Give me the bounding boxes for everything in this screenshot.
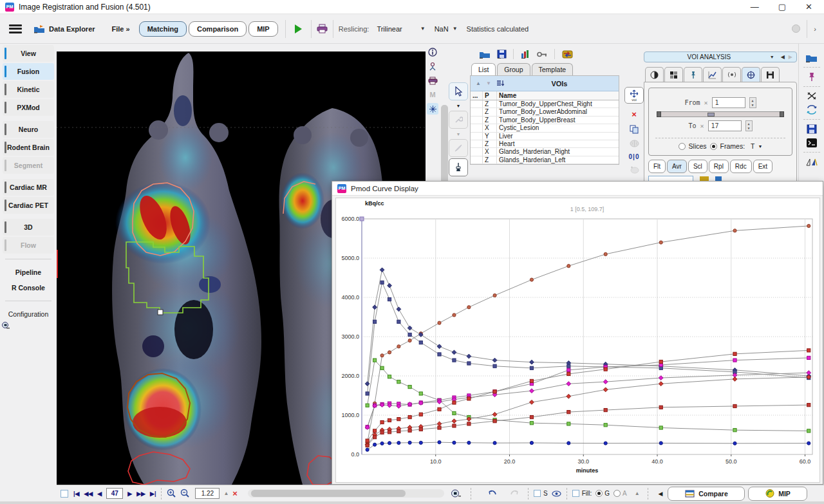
expand-toolbar-chevron[interactable]: › [814,25,824,33]
tools-expand-chevron[interactable]: ▼ [449,102,468,109]
voi-row[interactable]: ZHeart [471,140,619,148]
tab-list[interactable]: List [471,63,496,75]
load-voi-icon[interactable] [479,50,491,59]
voi-row[interactable]: ZGlands_Harderian_Left [471,156,619,164]
sidebar-item-neuro[interactable]: Neuro [3,121,54,138]
copy-voi-icon[interactable] [630,125,639,134]
cine-icon[interactable] [451,489,462,498]
ext-button[interactable]: Ext [753,160,772,173]
slice-number-field[interactable]: 47 [106,488,123,499]
tab-target[interactable] [742,67,760,82]
print-icon[interactable] [427,75,438,86]
next-slice-button[interactable]: ▶ [127,490,132,497]
sync-checkbox[interactable] [61,490,68,498]
tab-curve[interactable] [703,67,722,82]
zoom-in-icon[interactable] [167,489,176,498]
scl-button[interactable]: Scl [688,160,707,173]
s-checkbox[interactable] [534,490,541,497]
undo-icon[interactable] [487,489,498,498]
rpl-button[interactable]: Rpl [709,160,729,173]
sort-asc-icon[interactable]: ▲ [476,80,481,86]
voi-row[interactable]: YLiver [471,133,619,140]
save-voi-icon[interactable] [497,50,507,59]
delete-voi-icon[interactable]: × [632,109,637,119]
key-icon[interactable] [537,51,548,57]
maximize-button[interactable]: ▢ [778,2,786,12]
zoom-expand-icon[interactable]: ▲ [223,490,229,496]
printer-icon[interactable] [317,24,328,33]
console-icon[interactable] [807,138,817,147]
sidebar-item-pxmod[interactable]: PXMod [3,99,54,116]
reset-zoom-icon[interactable]: × [232,489,238,498]
first-slice-button[interactable]: |◀ [73,490,79,497]
sidebar-item-cardiac-mr[interactable]: Cardiac MR [3,179,54,196]
swap-icon[interactable] [806,105,818,115]
save-icon[interactable] [807,124,817,134]
minimize-button[interactable]: — [751,2,759,12]
collapse-panel-icon[interactable]: ◀ [659,490,663,497]
atlas-icon[interactable] [427,103,438,115]
time-activity-chart[interactable]: 10.020.030.040.050.060.00.01000.02000.03… [335,198,820,483]
flt-button[interactable]: Flt [648,160,666,173]
menu-icon[interactable] [9,24,22,33]
statistics-icon[interactable] [520,50,530,59]
compare-triangles-icon[interactable] [806,157,818,166]
from-spinner[interactable]: ▲▼ [749,97,756,108]
prev-panel-icon[interactable]: ◀ [781,54,785,60]
pointer-tool-button[interactable] [449,82,468,100]
compare-voi-icon[interactable]: 0|0 [629,153,640,160]
voi-analysis-header[interactable]: VOI ANALYSIS ▼ ◀ ▶ [644,51,797,62]
sidebar-item-kinetic[interactable]: Kinetic [3,81,54,98]
sidebar-item-r-console[interactable]: R Console [0,280,57,295]
fill-a-radio[interactable] [613,490,621,497]
voi-row[interactable]: XCystic_Lesion [471,124,619,132]
clear-all-icon[interactable] [807,91,817,100]
voi-row[interactable]: XGlands_Harderian_Right [471,148,619,156]
sidebar-item-configuration[interactable]: Configuration [0,306,57,322]
voi-row[interactable]: ZTumor_Body_LowerAbdominal [471,108,619,116]
zoom-factor-field[interactable]: 1.22 [195,488,220,499]
clear-to-icon[interactable]: ✕ [700,122,704,129]
sidebar-item-view[interactable]: View [3,45,54,62]
configuration-icon[interactable] [0,322,57,331]
sidebar-item-pipeline[interactable]: Pipeline [0,265,57,280]
from-field[interactable]: 1 [712,97,745,108]
load-protocol-icon[interactable] [805,53,818,62]
curve-window-titlebar[interactable]: PM Pmod Curve Display [332,182,823,196]
brush-tool-button[interactable] [449,158,468,176]
rdc-button[interactable]: Rdc [730,160,752,173]
voi-move-button[interactable]: voi [624,87,644,104]
nan-dropdown[interactable]: NaN ▼ [435,25,458,33]
chevron-down-icon[interactable]: ▼ [770,55,774,59]
prev-slice-button[interactable]: ◀ [97,490,102,497]
reslicing-dropdown[interactable]: Reslicing: Trilinear ▼ [339,25,426,33]
horizontal-scrollbar[interactable] [248,489,444,498]
sidebar-item-cardiac-pet[interactable]: Cardiac PET [3,197,54,214]
fast-prev-button[interactable]: ◀◀ [84,490,93,497]
eye-icon[interactable] [552,490,561,497]
tab-comparison[interactable]: Comparison [189,21,247,37]
tab-group[interactable]: Group [497,63,530,75]
frames-radio[interactable] [710,143,717,150]
mip-button[interactable]: MIP [748,487,807,501]
fast-next-button[interactable]: ▶▶ [136,490,145,497]
tab-search[interactable] [722,67,741,82]
sidebar-item-fusion[interactable]: Fusion [3,63,54,80]
sidebar-item-rodent-brain[interactable]: Rodent Brain [3,139,54,156]
voi-row[interactable]: ZTumor_Body_UpperBreast [471,117,619,124]
tab-contrast[interactable] [645,67,664,82]
fill-g-radio[interactable] [595,490,603,497]
tab-template[interactable]: Template [532,63,574,75]
chevron-down-icon[interactable]: ▼ [758,144,763,149]
pin-icon[interactable] [808,72,816,82]
to-spinner[interactable]: ▲▼ [745,120,753,131]
run-button[interactable] [295,24,302,33]
transfer-voi-icon[interactable] [561,50,574,59]
tab-layout[interactable] [664,67,683,82]
fill-checkbox[interactable] [572,490,579,497]
curve-display-window[interactable]: PM Pmod Curve Display 10.020.030.040.050… [332,181,823,485]
sidebar-item-3d[interactable]: 3D [3,219,54,236]
tab-matching[interactable]: Matching [139,21,187,37]
frame-range-slider[interactable] [657,111,784,117]
data-explorer-button[interactable]: Data Explorer [33,24,95,33]
